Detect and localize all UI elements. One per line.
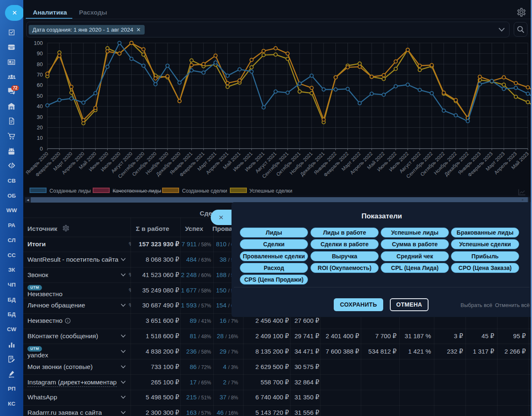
- svg-text:100: 100: [34, 40, 43, 46]
- svg-text:30: 30: [37, 114, 43, 120]
- svg-text:90: 90: [37, 50, 43, 57]
- svg-text:40: 40: [37, 103, 43, 109]
- svg-text:50: 50: [37, 93, 43, 99]
- svg-text:10: 10: [37, 135, 43, 141]
- svg-text:0: 0: [40, 146, 43, 152]
- svg-text:60: 60: [37, 82, 43, 88]
- svg-text:70: 70: [37, 72, 43, 78]
- svg-text:20: 20: [37, 124, 43, 131]
- svg-text:80: 80: [37, 61, 43, 67]
